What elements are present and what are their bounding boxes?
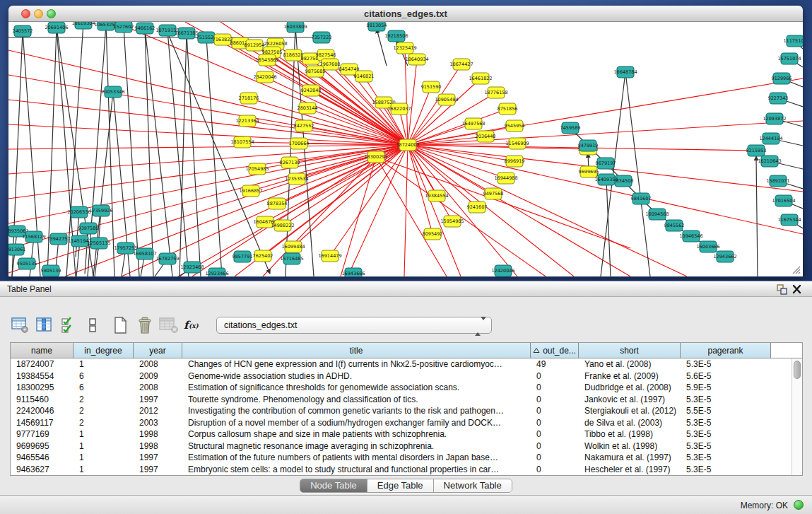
graph-node[interactable]: 16461822 — [469, 73, 492, 84]
graph-node[interactable]: 9875685 — [305, 66, 326, 77]
graph-node[interactable]: 8996919 — [505, 156, 525, 167]
graph-node[interactable]: 19218506 — [384, 30, 408, 42]
graph-node[interactable]: 15954985 — [440, 216, 464, 227]
graph-node[interactable]: 16782759 — [155, 253, 179, 264]
graph-node[interactable]: 12923468 — [180, 262, 204, 273]
graph-node[interactable]: 8427552 — [294, 120, 314, 132]
graph-node[interactable]: 18724007 — [396, 139, 419, 151]
graph-node[interactable]: 16094568 — [645, 209, 669, 220]
graph-node[interactable]: 8878354 — [267, 198, 288, 209]
graph-node[interactable]: 8215953 — [746, 145, 767, 156]
graph-node[interactable]: 15751074 — [777, 53, 801, 64]
table-row[interactable]: 977716911998Corpus callosum shape and si… — [11, 428, 802, 440]
graph-node[interactable]: 7625402 — [253, 250, 273, 262]
graph-node[interactable]: 20691406 — [45, 22, 68, 33]
graph-node[interactable]: 11568129 — [22, 231, 45, 243]
graph-node[interactable]: 16671385 — [175, 28, 198, 39]
graph-node[interactable]: 9146821 — [354, 71, 375, 82]
select-all-button[interactable] — [58, 315, 79, 336]
graph-node[interactable]: 16409354 — [594, 174, 618, 185]
network-canvas[interactable]: 2405572206914061861930410653257152760294… — [8, 22, 803, 276]
graph-node[interactable]: 9857791 — [233, 251, 253, 262]
graph-node[interactable]: 18776158 — [484, 87, 507, 98]
graph-node[interactable]: 16914479 — [318, 250, 341, 262]
table-row[interactable]: 946362711997Embryonic stem cells: a mode… — [11, 464, 802, 476]
graph-node[interactable]: 16099484 — [281, 241, 305, 252]
graph-node[interactable]: 9497568 — [483, 188, 504, 199]
graph-node[interactable]: 18640934 — [405, 54, 428, 65]
graph-node[interactable]: 8267130 — [280, 157, 300, 168]
graph-node[interactable]: 2803144 — [298, 103, 318, 114]
vertical-scrollbar[interactable] — [792, 358, 802, 475]
graph-node[interactable]: 19384554 — [425, 190, 448, 201]
graph-node[interactable]: 7459589 — [560, 122, 581, 134]
graph-node[interactable]: 9845562 — [664, 220, 685, 231]
graph-node[interactable]: 2718176 — [239, 93, 259, 104]
graph-node[interactable]: 9242848 — [301, 85, 322, 96]
network-window-titlebar[interactable]: citations_edges.txt — [8, 6, 803, 22]
graph-node[interactable]: 9227343 — [768, 93, 789, 104]
graph-node[interactable]: 16210643 — [758, 156, 781, 167]
citation-network-graph[interactable]: 2405572206914061861930410653257152760294… — [8, 22, 803, 276]
graph-node[interactable]: 18300295 — [364, 151, 387, 163]
graph-node[interactable]: 9841607 — [631, 193, 652, 204]
graph-node[interactable]: 14988222 — [271, 220, 294, 231]
graph-node[interactable]: 12444194 — [759, 133, 782, 144]
graph-node[interactable]: 17359926 — [89, 205, 112, 216]
graph-node[interactable]: 11675344 — [777, 214, 801, 226]
graph-node[interactable]: 12093872 — [763, 113, 786, 124]
graph-node[interactable]: 16648784 — [613, 66, 637, 78]
graph-node[interactable]: 11175104 — [783, 35, 803, 47]
graph-node[interactable]: 8479919 — [578, 140, 599, 151]
column-header-short[interactable]: short — [579, 343, 681, 358]
graph-node[interactable]: 2405572 — [13, 25, 33, 37]
graph-node[interactable]: 9241607 — [467, 201, 488, 213]
table-row[interactable]: 911546021997Tourette syndrome. Phenomeno… — [11, 394, 802, 406]
scrollbar-thumb[interactable] — [794, 361, 801, 379]
graph-node[interactable]: 16033809 — [283, 22, 307, 33]
graph-node[interactable]: 12943662 — [713, 251, 736, 262]
graph-node[interactable]: 15892071 — [766, 175, 789, 187]
table-row[interactable]: 1830029562008Estimation of significance … — [11, 382, 802, 394]
column-header-pagerank[interactable]: pagerank — [681, 343, 771, 358]
graph-node[interactable]: 18107554 — [230, 136, 254, 148]
table-row[interactable]: 1872400712008Changes of HCN gene express… — [11, 358, 802, 370]
graph-node[interactable]: 12213364 — [235, 115, 259, 127]
table-settings-button[interactable] — [10, 315, 31, 336]
graph-node[interactable]: 13942757 — [47, 233, 70, 245]
graph-node[interactable]: 3913061 — [8, 244, 25, 255]
graph-node[interactable]: 16958107 — [133, 248, 156, 259]
graph-node[interactable]: 20053346 — [101, 86, 124, 98]
column-header-year[interactable]: year — [134, 343, 182, 358]
import-table-button[interactable] — [158, 315, 180, 336]
column-visibility-button[interactable] — [34, 315, 55, 336]
graph-node[interactable]: 5905139 — [41, 265, 61, 276]
graph-node[interactable]: 16944988 — [494, 173, 517, 184]
graph-node[interactable]: 8813054 — [367, 22, 387, 31]
resize-grip-icon[interactable] — [789, 263, 801, 274]
graph-node[interactable]: 9151590 — [421, 81, 442, 93]
column-header-name[interactable]: name — [11, 343, 73, 358]
table-selector-dropdown[interactable]: citations_edges.txt — [216, 317, 492, 334]
tab-network-table[interactable]: Network Table — [434, 479, 512, 492]
graph-node[interactable]: 17016504 — [772, 195, 795, 206]
graph-node[interactable]: 7357223 — [312, 32, 332, 43]
graph-node[interactable]: 1700664 — [289, 138, 310, 149]
column-header-title[interactable]: title — [182, 343, 531, 358]
function-builder-button[interactable]: f (x) — [182, 315, 204, 336]
graph-node[interactable]: 12420046 — [491, 265, 514, 276]
graph-node[interactable]: 12505135 — [87, 238, 110, 249]
table-row[interactable]: 2242004622012Investigating the contribut… — [11, 405, 802, 417]
tab-node-table[interactable]: Node Table — [300, 479, 367, 492]
graph-node[interactable]: 9545954 — [505, 120, 525, 132]
table-row[interactable]: 1456911722003Disruption of a novel membe… — [11, 417, 802, 429]
column-header-out_de[interactable]: out_de... — [531, 343, 579, 358]
graph-node[interactable]: 18619304 — [71, 22, 95, 29]
graph-node[interactable]: 16497568 — [461, 118, 485, 129]
graph-node[interactable]: 10946546 — [679, 230, 702, 242]
tab-edge-table[interactable]: Edge Table — [367, 479, 434, 492]
network-view-window[interactable]: citations_edges.txt 24055722069140618619… — [8, 6, 803, 277]
graph-node[interactable]: 8095492 — [423, 228, 443, 240]
graph-node[interactable]: 16822037 — [387, 103, 411, 115]
graph-node[interactable]: 17054985 — [245, 163, 269, 175]
